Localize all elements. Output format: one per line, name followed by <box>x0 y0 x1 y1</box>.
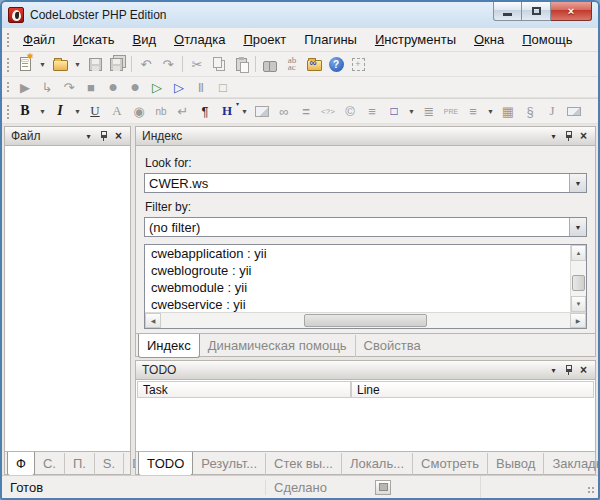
new-file-button[interactable] <box>15 54 35 74</box>
menu-item-plugins[interactable]: Плагины <box>295 29 366 50</box>
menu-item-tools[interactable]: Инструменты <box>366 29 465 50</box>
italic-dropdown[interactable]: ▼ <box>72 101 83 121</box>
step-into-button[interactable]: ↳ <box>37 78 57 96</box>
tab-results[interactable]: Результ... <box>193 453 266 475</box>
save-button[interactable] <box>85 54 105 74</box>
tab-watch[interactable]: Смотреть <box>413 453 488 475</box>
resize-grip[interactable] <box>584 476 598 498</box>
toolbar-grip[interactable] <box>5 80 11 94</box>
step-over-button[interactable]: ↷ <box>59 78 79 96</box>
paragraph-button[interactable]: ¶ <box>195 101 215 121</box>
todo-panel-menu-button[interactable]: ▾ <box>546 363 561 377</box>
files-panel-close-button[interactable]: × <box>111 129 126 143</box>
todo-panel-close-button[interactable]: × <box>576 363 591 377</box>
index-panel-menu-button[interactable]: ▾ <box>546 129 561 143</box>
maximize-button[interactable] <box>522 2 551 21</box>
close-button[interactable]: × <box>551 2 592 21</box>
underline-button[interactable]: U <box>85 101 105 121</box>
stop-debug-button[interactable]: ■ <box>81 78 101 96</box>
fullscreen-button[interactable]: + <box>348 54 368 74</box>
look-for-value[interactable]: CWER.ws <box>145 174 569 192</box>
hr-button[interactable]: = <box>296 101 316 121</box>
files-tab-s[interactable]: С. <box>35 453 65 475</box>
scroll-left-button[interactable]: ◀ <box>145 313 161 328</box>
redo-button[interactable]: ↷ <box>158 54 178 74</box>
line-break-button[interactable]: ↵ <box>173 101 193 121</box>
replace-button[interactable]: abac <box>282 54 302 74</box>
files-panel-pin-button[interactable] <box>96 129 111 143</box>
menu-item-help[interactable]: Помощь <box>513 29 581 50</box>
tab-todo[interactable]: TODO <box>138 452 193 475</box>
tab-bookmarks[interactable]: Закладки <box>544 453 598 475</box>
look-for-dropdown-button[interactable]: ▼ <box>569 174 586 192</box>
toolbar-grip[interactable] <box>5 56 11 73</box>
menu-item-project[interactable]: Проект <box>234 29 295 50</box>
copy-button[interactable] <box>209 54 229 74</box>
undo-button[interactable]: ↶ <box>136 54 156 74</box>
todo-table-rows[interactable] <box>136 398 595 451</box>
list-dropdown[interactable]: ▼ <box>485 101 496 121</box>
look-for-combobox[interactable]: CWER.ws ▼ <box>144 173 587 193</box>
list-item[interactable]: cwebmodule : yii <box>145 279 570 296</box>
menu-item-view[interactable]: Вид <box>123 29 165 50</box>
files-panel-body[interactable] <box>4 146 131 452</box>
toolbar-grip[interactable] <box>5 31 11 47</box>
run-button[interactable]: ▶ <box>15 78 35 96</box>
find-button[interactable] <box>260 54 280 74</box>
copyright-button[interactable]: © <box>340 101 360 121</box>
run-script-button[interactable]: ▷ <box>147 78 167 96</box>
form-button[interactable]: § <box>520 101 540 121</box>
column-header-task[interactable]: Task <box>137 381 351 398</box>
menu-item-search[interactable]: Искать <box>64 29 124 50</box>
tab-output[interactable]: Вывод <box>488 453 544 475</box>
italic-button[interactable]: I <box>50 101 70 121</box>
pre-button[interactable]: PRE <box>441 101 461 121</box>
heading-button[interactable]: H▾ <box>217 101 237 121</box>
new-file-dropdown[interactable]: ▼ <box>37 54 48 74</box>
font-button[interactable]: A <box>107 101 127 121</box>
toggle-breakpoint-button[interactable]: ● <box>103 78 123 96</box>
align-top-button[interactable]: ≣ <box>419 101 439 121</box>
horizontal-scroll-thumb[interactable] <box>304 314 427 327</box>
vertical-scroll-thumb[interactable] <box>572 275 585 291</box>
files-panel-menu-button[interactable]: ▾ <box>81 129 96 143</box>
scroll-right-button[interactable]: ▶ <box>570 313 586 328</box>
tab-locals[interactable]: Локаль... <box>342 453 413 475</box>
index-panel-pin-button[interactable] <box>561 129 576 143</box>
open-file-dropdown[interactable]: ▼ <box>72 54 83 74</box>
paste-button[interactable] <box>231 54 251 74</box>
files-tab-sql[interactable]: S. <box>95 453 124 475</box>
vertical-scroll-track[interactable] <box>571 261 586 296</box>
open-file-button[interactable] <box>50 54 70 74</box>
nbsp-button[interactable]: nb <box>151 101 171 121</box>
minimize-button[interactable] <box>493 2 522 21</box>
div-dropdown[interactable]: ▼ <box>406 101 417 121</box>
menu-item-windows[interactable]: Окна <box>465 29 513 50</box>
stop-button[interactable]: □ <box>213 78 233 96</box>
todo-panel-header[interactable]: TODO ▾ × <box>135 360 596 380</box>
files-tab-p[interactable]: П. <box>65 453 95 475</box>
tab-call-stack[interactable]: Стек вы... <box>266 453 342 475</box>
link-button[interactable]: ∞ <box>274 101 294 121</box>
horizontal-scrollbar[interactable]: ◀ ▶ <box>145 312 586 328</box>
color-button[interactable]: ◉ <box>129 101 149 121</box>
scroll-down-button[interactable]: ▼ <box>571 296 586 312</box>
column-header-line[interactable]: Line <box>351 381 594 398</box>
tab-properties[interactable]: Свойства <box>356 335 429 357</box>
bold-button[interactable]: B <box>15 101 35 121</box>
save-all-button[interactable] <box>107 54 127 74</box>
list-item[interactable]: cweblogroute : yii <box>145 262 570 279</box>
horizontal-scroll-track[interactable] <box>161 313 570 328</box>
tab-index[interactable]: Индекс <box>138 334 200 358</box>
menu-item-debug[interactable]: Отладка <box>165 29 234 50</box>
align-center-button[interactable]: ≡ <box>362 101 382 121</box>
run-browser-button[interactable]: ▷ <box>169 78 189 96</box>
filter-by-value[interactable]: (no filter) <box>145 218 569 236</box>
list-item[interactable]: cwebservice : yii <box>145 296 570 312</box>
filter-by-dropdown-button[interactable]: ▼ <box>569 218 586 236</box>
cut-button[interactable]: ✂ <box>187 54 207 74</box>
index-panel-close-button[interactable]: × <box>576 129 591 143</box>
pause-button[interactable]: Ⅱ <box>191 78 211 96</box>
image-button[interactable] <box>252 101 272 121</box>
menu-item-file[interactable]: Файл <box>14 29 64 50</box>
